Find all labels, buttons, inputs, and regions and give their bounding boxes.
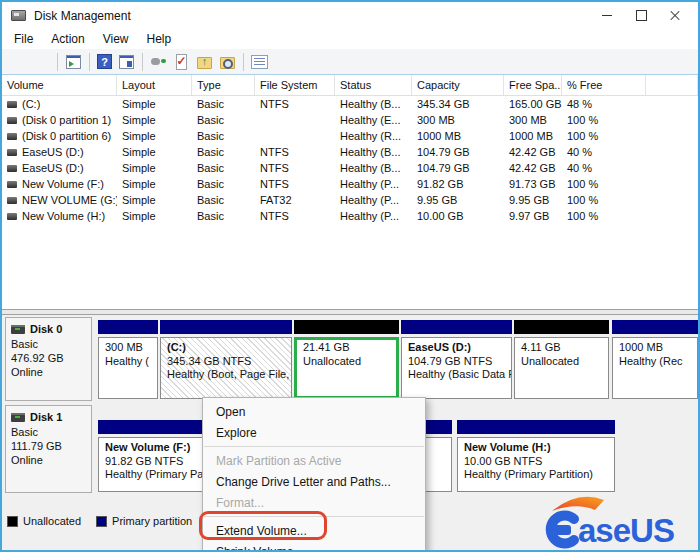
table-cell: 9.95 GB [504,194,562,206]
table-cell: 42.42 GB [504,162,562,174]
export-icon[interactable] [196,54,213,70]
column-header[interactable]: Layout [117,75,192,95]
volume-name-cell: NEW VOLUME (G:) [2,194,117,206]
pointer-icon[interactable] [150,54,167,70]
check-list-icon[interactable] [173,54,190,70]
table-cell: Simple [117,210,192,222]
table-cell: 91.82 GB [412,178,504,190]
table-cell: Basic [192,98,255,110]
legend-item: Primary partition [96,515,192,527]
volume-name-cell: (Disk 0 partition 1) [2,114,117,126]
console-window-icon[interactable] [118,54,135,70]
partition-box[interactable]: EaseUS (D:)104.79 GB NTFSHealthy (Basic … [401,337,512,399]
table-row[interactable]: New Volume (F:)SimpleBasicNTFSHealthy (P… [2,176,698,192]
table-cell: Basic [192,178,255,190]
maximize-icon[interactable] [624,5,658,27]
table-row[interactable]: (Disk 0 partition 6)SimpleBasicHealthy (… [2,128,698,144]
table-cell: NTFS [255,178,335,190]
table-row[interactable]: NEW VOLUME (G:)SimpleBasicFAT32Healthy (… [2,192,698,208]
table-row[interactable]: (C:)SimpleBasicNTFSHealthy (B...345.34 G… [2,96,698,112]
close-icon[interactable] [658,5,692,27]
menu-help[interactable]: Help [138,30,181,49]
volume-name-cell: (Disk 0 partition 6) [2,130,117,142]
column-header[interactable]: Type [192,75,255,95]
table-cell: Healthy (B... [335,162,412,174]
volume-name-cell: New Volume (H:) [2,210,117,222]
help-icon[interactable] [97,54,112,69]
table-cell: Basic [192,130,255,142]
menu-item-explore[interactable]: Explore [203,422,425,443]
table-row[interactable]: (Disk 0 partition 1)SimpleBasicHealthy (… [2,112,698,128]
easeus-watermark: aseUS [538,492,700,550]
disk-info-line: Online [11,453,91,467]
legend-item: Unallocated [7,515,81,527]
disk-panel[interactable]: Disk 0Basic476.92 GBOnline [5,317,92,401]
volume-icon [7,149,17,156]
partition-box[interactable]: 300 MBHealthy ( [98,337,158,399]
table-cell: 40 % [562,146,646,158]
forward-arrow-icon[interactable] [33,54,50,70]
partition-box[interactable]: 21.41 GBUnallocated [294,337,399,399]
minimize-icon[interactable] [590,5,624,27]
partition-box[interactable]: 4.11 GBUnallocated [514,337,609,399]
disk-name: Disk 0 [11,323,91,335]
partition-box[interactable]: (C:)345.34 GB NTFSHealthy (Boot, Page Fi… [160,337,292,399]
partition-box[interactable]: 1000 MBHealthy (Rec [612,337,698,399]
column-header[interactable]: File System [255,75,335,95]
table-cell: Simple [117,98,192,110]
watermark-flame-icon [552,497,604,511]
menu-item-mark-partition-as-active: Mark Partition as Active [203,450,425,471]
back-arrow-icon[interactable] [10,54,27,70]
table-row[interactable]: EaseUS (D:)SimpleBasicNTFSHealthy (B...1… [2,144,698,160]
menu-action[interactable]: Action [42,30,93,49]
table-cell: 100 % [562,114,646,126]
table-cell: Healthy (E... [335,114,412,126]
volume-name-cell: EaseUS (D:) [2,162,117,174]
table-cell: Basic [192,162,255,174]
table-cell: Simple [117,130,192,142]
disk-info-line: 111.79 GB [11,439,91,453]
menu-item-change-drive-letter-and-paths[interactable]: Change Drive Letter and Paths... [203,471,425,492]
column-header[interactable]: Free Spa... [504,75,562,95]
column-header[interactable]: Volume [2,75,117,95]
find-icon[interactable] [219,54,236,70]
graphical-pane: UnallocatedPrimary partition OpenExplore… [2,315,698,550]
watermark-text: aseUS [578,512,674,549]
table-row[interactable]: New Volume (H:)SimpleBasicNTFSHealthy (P… [2,208,698,224]
column-header[interactable]: % Free [562,75,646,95]
menu-file[interactable]: File [5,30,42,49]
show-window-icon[interactable] [65,54,82,70]
table-row[interactable]: EaseUS (D:)SimpleBasicNTFSHealthy (B...1… [2,160,698,176]
table-cell: 9.95 GB [412,194,504,206]
table-cell: 91.73 GB [504,178,562,190]
properties-icon[interactable] [251,54,268,70]
menu-item-open[interactable]: Open [203,401,425,422]
menu-bar: FileActionViewHelp [2,29,698,49]
column-header[interactable]: Capacity [412,75,504,95]
legend-swatch [96,516,107,527]
menu-view[interactable]: View [94,30,138,49]
disk-info-line: Basic [11,425,91,439]
table-cell: 345.34 GB [412,98,504,110]
table-cell: 1000 MB [504,130,562,142]
table-cell: 42.42 GB [504,146,562,158]
legend: UnallocatedPrimary partition [7,515,192,527]
disk-panel[interactable]: Disk 1Basic111.79 GBOnline [5,405,92,493]
table-cell: 100 % [562,210,646,222]
table-cell: 10.00 GB [412,210,504,222]
partition-box[interactable]: New Volume (H:)10.00 GB NTFSHealthy (Pri… [457,437,615,492]
table-cell: Simple [117,162,192,174]
menu-item-format: Format... [203,492,425,513]
table-cell: Healthy (B... [335,146,412,158]
column-header[interactable] [646,75,698,95]
toolbar-separator [89,53,90,71]
legend-swatch [7,516,18,527]
title-bar: Disk Management [2,2,698,29]
column-header[interactable]: Status [335,75,412,95]
toolbar [2,49,698,75]
menu-item-shrink-volume[interactable]: Shrink Volume... [203,541,425,552]
partition-color-bar [294,320,399,334]
table-cell: 300 MB [412,114,504,126]
volume-rows: (C:)SimpleBasicNTFSHealthy (B...345.34 G… [2,96,698,224]
partition-color-bar [514,320,609,334]
